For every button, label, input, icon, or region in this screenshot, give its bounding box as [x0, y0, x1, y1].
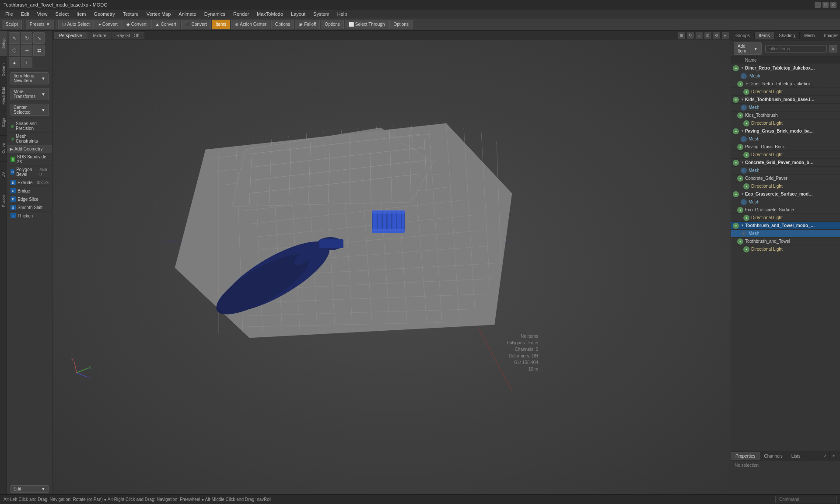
r-tab-groups[interactable]: Groups: [731, 32, 755, 39]
thicken-btn[interactable]: T Thicken: [7, 212, 52, 220]
tree-item-kids-sub[interactable]: ● Kids_Toothbrush: [731, 112, 840, 119]
tree-item-eco-sub[interactable]: ● Eco_Grasscrete_Surface: [731, 206, 840, 214]
menu-item[interactable]: Item: [73, 10, 89, 18]
vis-icon-3[interactable]: ●: [743, 89, 749, 95]
options2-button[interactable]: Options: [321, 20, 343, 29]
menu-geometry[interactable]: Geometry: [90, 10, 118, 18]
text-tool-btn[interactable]: T: [21, 57, 32, 68]
tree-item-diner-scene[interactable]: ● ▼ Diner_Retro_Tabletop_Jukebox_Seeburg…: [731, 64, 840, 72]
side-tab-mesh-edit[interactable]: Mesh Edit: [0, 83, 7, 109]
bridge-btn[interactable]: B Bridge: [7, 187, 52, 195]
options3-button[interactable]: Options: [389, 20, 412, 29]
menu-system[interactable]: System: [310, 10, 333, 18]
vis-icon-5[interactable]: ▫: [741, 105, 747, 111]
prop-tab-lists[interactable]: Lists: [787, 452, 805, 460]
tree-item-diner-light[interactable]: ● Directional Light: [731, 88, 840, 96]
tree-item-paving-scene[interactable]: ● ▼ Paving_Grass_Brick_modo_base.lxo: [731, 127, 840, 135]
side-tab-setup[interactable]: Setup: [0, 31, 7, 57]
menu-vertex-map[interactable]: Vertex Map: [143, 10, 175, 18]
side-tab-uv[interactable]: UV: [0, 162, 7, 188]
menu-layout[interactable]: Layout: [287, 10, 309, 18]
vp-grid-icon[interactable]: ⊞: [678, 32, 685, 39]
vis-icon-13[interactable]: ▫: [741, 168, 747, 174]
tree-item-eco-light[interactable]: ● Directional Light: [731, 214, 840, 222]
mesh-constraints-btn[interactable]: ⊕ Mesh Constraints: [7, 133, 52, 145]
tree-item-towel-sub[interactable]: ● Toothbrush_and_Towel: [731, 238, 840, 245]
r-tab-images[interactable]: Images: [819, 32, 840, 39]
add-geometry-header[interactable]: ▶ Add Geometry: [7, 145, 52, 153]
r-tab-shading[interactable]: Shading: [774, 32, 800, 39]
select-through-button[interactable]: ⬜ Select Through: [345, 20, 389, 29]
vp-tab-texture[interactable]: Texture: [87, 32, 111, 39]
vp-fit-icon[interactable]: ⊡: [704, 32, 711, 39]
tree-item-kids-light[interactable]: ● Directional Light: [731, 119, 840, 127]
menu-help[interactable]: Help: [334, 10, 351, 18]
flip-tool-btn[interactable]: ⇄: [33, 45, 45, 56]
move-2d-btn[interactable]: ✛: [21, 45, 32, 56]
menu-select[interactable]: Select: [52, 10, 72, 18]
minimize-button[interactable]: ─: [815, 2, 821, 8]
extrude-btn[interactable]: E Extrude Shift-X: [7, 178, 52, 187]
menu-view[interactable]: View: [34, 10, 51, 18]
polygon-bevel-btn[interactable]: B Polygon Bevel Shift-B: [7, 166, 52, 178]
edit-dropdown[interactable]: Edit ▼: [10, 485, 49, 493]
sds-subdivide-btn[interactable]: S SDS Subdivide 2X: [7, 153, 52, 166]
vp-tab-raygl[interactable]: Ray GL: Off: [112, 32, 144, 39]
menu-animate[interactable]: Animate: [175, 10, 200, 18]
smooth-shift-btn[interactable]: S Smooth Shift: [7, 203, 52, 212]
vis-icon-21[interactable]: ▫: [741, 231, 747, 237]
vis-icon-19[interactable]: ●: [743, 215, 749, 221]
tree-item-towel-light[interactable]: ● Directional Light: [731, 245, 840, 253]
add-item-button[interactable]: Add Item ▼: [734, 42, 762, 55]
vis-icon-2[interactable]: ●: [737, 81, 743, 87]
prop-tab-channels[interactable]: Channels: [760, 452, 787, 460]
scale-tool-btn[interactable]: ⤡: [33, 32, 45, 44]
close-button[interactable]: ✕: [830, 2, 836, 8]
vis-icon-9[interactable]: ▫: [741, 136, 747, 142]
menu-texture[interactable]: Texture: [119, 10, 142, 18]
vis-icon-8[interactable]: ●: [733, 128, 739, 134]
vis-icon-22[interactable]: ●: [737, 238, 743, 245]
filter-btn[interactable]: ×: [829, 45, 837, 52]
push-tool-btn[interactable]: ▲: [9, 57, 20, 68]
convert1-button[interactable]: ● Convert: [94, 20, 122, 29]
vis-icon-4[interactable]: ●: [733, 97, 739, 103]
center-selected-dropdown[interactable]: Center Selected ▼: [10, 104, 49, 116]
tree-item-paving-sub[interactable]: ● Paving_Grass_Brick: [731, 143, 840, 151]
snaps-precision-btn[interactable]: ⊕ Snaps and Precision: [7, 120, 52, 133]
convert2-button[interactable]: ◆ Convert: [122, 20, 150, 29]
vp-more-icon[interactable]: ▸: [722, 32, 729, 39]
prop-tab-properties[interactable]: Properties: [731, 452, 760, 460]
menu-edit[interactable]: Edit: [18, 10, 33, 18]
menu-render[interactable]: Render: [230, 10, 252, 18]
arrow-tool-btn[interactable]: ↖: [9, 32, 20, 44]
rotate-tool-btn[interactable]: ↻: [21, 32, 32, 44]
tree-item-diner-sub[interactable]: ● ▼ Diner_Retro_Tabletop_Jukebox_Seebur.…: [731, 80, 840, 88]
item-menu-dropdown[interactable]: Item Menu: New Item ▼: [10, 72, 49, 84]
side-tab-edge[interactable]: Edge: [0, 109, 7, 136]
side-tab-curve[interactable]: Curve: [0, 136, 7, 162]
menu-maxtomodo[interactable]: MaxToModo: [253, 10, 287, 18]
vis-icon-16[interactable]: ●: [733, 191, 739, 197]
tree-item-concrete-sub[interactable]: ● Concrete_Grid_Paver: [731, 175, 840, 182]
vis-icon-15[interactable]: ●: [743, 183, 749, 189]
vp-settings-icon[interactable]: ⚙: [713, 32, 720, 39]
vis-icon-0[interactable]: ●: [733, 65, 739, 71]
vis-icon-18[interactable]: ●: [737, 207, 743, 213]
prop-expand-btn2[interactable]: +: [830, 451, 838, 461]
tree-item-kids-mesh[interactable]: ▫ Mesh: [731, 104, 840, 112]
tree-item-kids-scene[interactable]: ● ▼ Kids_Toothbrush_modo_base.lxo: [731, 96, 840, 104]
vp-orbit-icon[interactable]: ↻: [687, 32, 694, 39]
items-button[interactable]: Items: [212, 20, 230, 29]
shear-tool-btn[interactable]: ⬡: [9, 45, 20, 56]
vp-zoom-icon[interactable]: ⌕: [696, 32, 703, 39]
tree-item-diner-mesh[interactable]: ▫ Mesh: [731, 72, 840, 80]
prop-expand-btn1[interactable]: ⤢: [821, 451, 830, 461]
side-tab-deform[interactable]: Deform: [0, 57, 7, 83]
r-tab-mesh[interactable]: Mesh: [800, 32, 819, 39]
vis-icon-20[interactable]: ●: [733, 223, 739, 229]
tree-item-eco-mesh[interactable]: ▫ Mesh: [731, 198, 840, 206]
convert4-button[interactable]: ⬛ Convert: [181, 20, 211, 29]
canvas-area[interactable]: X Z Y No Items Polygons : Face Channels:…: [52, 40, 731, 494]
r-tab-items[interactable]: Items: [755, 32, 774, 39]
